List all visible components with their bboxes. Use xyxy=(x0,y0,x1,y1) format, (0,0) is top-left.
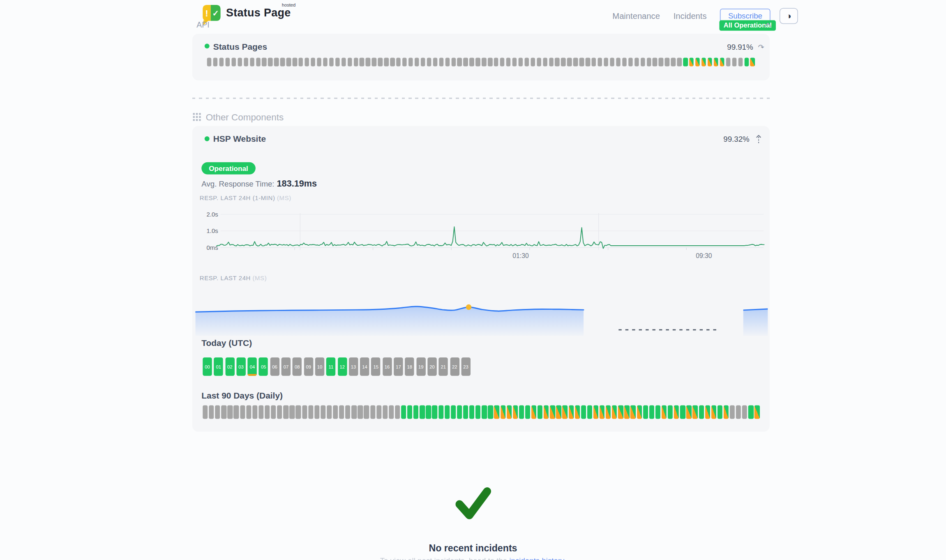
uptime-bar xyxy=(612,406,617,419)
uptime-bar xyxy=(683,58,688,67)
hour-cell: 18 xyxy=(405,357,414,376)
hour-cell: 07 xyxy=(281,357,291,376)
uptime-bar xyxy=(265,406,270,419)
uptime-bar xyxy=(646,58,651,67)
uptime-bar xyxy=(256,58,261,67)
expand-arrow-icon[interactable] xyxy=(756,134,762,143)
uptime-bar xyxy=(317,58,321,67)
daily-uptime-strip xyxy=(203,406,760,419)
collapse-chevron-icon[interactable] xyxy=(764,22,772,28)
uptime-bar xyxy=(378,58,383,67)
success-check-icon xyxy=(0,486,946,521)
uptime-bar xyxy=(750,58,755,67)
uptime-bar xyxy=(624,406,629,419)
hour-cell: 23 xyxy=(461,357,470,376)
uptime-bar xyxy=(203,406,208,419)
incidents-subtitle: To view all past incidents, head to the … xyxy=(0,556,946,560)
uptime-bar xyxy=(550,406,555,419)
uptime-bar xyxy=(271,406,276,419)
uptime-bar xyxy=(628,58,633,67)
uptime-bar xyxy=(427,58,431,67)
uptime-bar xyxy=(432,406,437,419)
uptime-bar xyxy=(268,58,272,67)
nav-maintenance-link[interactable]: Maintenance xyxy=(612,12,660,21)
uptime-bar xyxy=(637,406,641,419)
uptime-percentage: 99.91% xyxy=(727,43,753,52)
uptime-bar xyxy=(396,58,401,67)
uptime-bar xyxy=(302,406,307,419)
uptime-strip xyxy=(207,58,756,67)
uptime-bar xyxy=(525,406,530,419)
uptime-bar xyxy=(659,58,663,67)
hour-cell: 11 xyxy=(326,357,335,376)
uptime-bar xyxy=(258,406,263,419)
uptime-bar xyxy=(604,58,608,67)
uptime-bar xyxy=(347,58,352,67)
uptime-bar xyxy=(209,406,214,419)
uptime-bar xyxy=(296,406,301,419)
uptime-bar xyxy=(433,58,437,67)
uptime-bar xyxy=(711,406,716,419)
uptime-bar xyxy=(451,406,456,419)
uptime-bar xyxy=(376,406,381,419)
uptime-bar xyxy=(308,406,313,419)
uptime-bar xyxy=(351,406,356,419)
uptime-bar xyxy=(438,406,443,419)
avg-response-time: Avg. Response Time:183.19ms xyxy=(201,179,317,189)
hour-cell: 17 xyxy=(394,357,403,376)
grid-icon xyxy=(193,113,201,121)
uptime-bar xyxy=(708,58,712,67)
uptime-bar xyxy=(277,406,282,419)
uptime-bar xyxy=(353,58,358,67)
hour-cell: 04 xyxy=(248,357,257,376)
uptime-bar xyxy=(240,406,245,419)
uptime-bar xyxy=(714,58,718,67)
uptime-bar xyxy=(286,58,291,67)
uptime-bar xyxy=(215,406,220,419)
logo-icon: ! ✓ xyxy=(203,5,220,21)
uptime-bar xyxy=(445,58,450,67)
theme-toggle-button[interactable]: ◑ xyxy=(780,8,798,24)
uptime-bar xyxy=(586,58,590,67)
uptime-bar xyxy=(568,406,573,419)
status-dot xyxy=(205,44,210,48)
hour-cell: 05 xyxy=(259,357,268,376)
svg-text:01:30: 01:30 xyxy=(512,252,529,259)
uptime-bar xyxy=(389,406,394,419)
status-page: ! ✓ Status Page hosted Maintenance Incid… xyxy=(0,0,946,560)
refresh-icon[interactable]: ↷ xyxy=(758,43,764,52)
uptime-bar xyxy=(445,406,450,419)
uptime-bar xyxy=(665,58,669,67)
uptime-bar xyxy=(600,406,605,419)
hour-cell: 14 xyxy=(360,357,369,376)
uptime-bar xyxy=(606,406,611,419)
incidents-history-link[interactable]: incidents history xyxy=(509,556,564,560)
uptime-bar xyxy=(482,406,487,419)
uptime-bar xyxy=(640,58,645,67)
section-header-other-components: Other Components xyxy=(193,112,284,122)
uptime-bar xyxy=(593,406,598,419)
uptime-bar xyxy=(618,406,623,419)
hour-cell: 03 xyxy=(236,357,245,376)
uptime-bar xyxy=(531,58,535,67)
uptime-bar xyxy=(622,58,627,67)
uptime-bar xyxy=(299,58,303,67)
uptime-bar xyxy=(339,406,344,419)
uptime-bar xyxy=(451,58,456,67)
no-recent-incidents-title: No recent incidents xyxy=(0,543,946,554)
uptime-bar xyxy=(738,58,743,67)
uptime-bar xyxy=(643,406,648,419)
uptime-bar xyxy=(262,58,266,67)
uptime-bar xyxy=(413,406,418,419)
uptime-bar xyxy=(655,406,660,419)
uptime-bar xyxy=(699,406,704,419)
uptime-bar xyxy=(649,406,654,419)
hour-cell: 20 xyxy=(427,357,436,376)
uptime-bar xyxy=(333,406,338,419)
uptime-percentage: 99.32% xyxy=(723,135,749,144)
nav-incidents-link[interactable]: Incidents xyxy=(674,12,707,21)
uptime-bar xyxy=(754,406,759,419)
uptime-bar xyxy=(500,58,505,67)
svg-text:1.0s: 1.0s xyxy=(206,227,218,234)
uptime-bar xyxy=(519,406,524,419)
